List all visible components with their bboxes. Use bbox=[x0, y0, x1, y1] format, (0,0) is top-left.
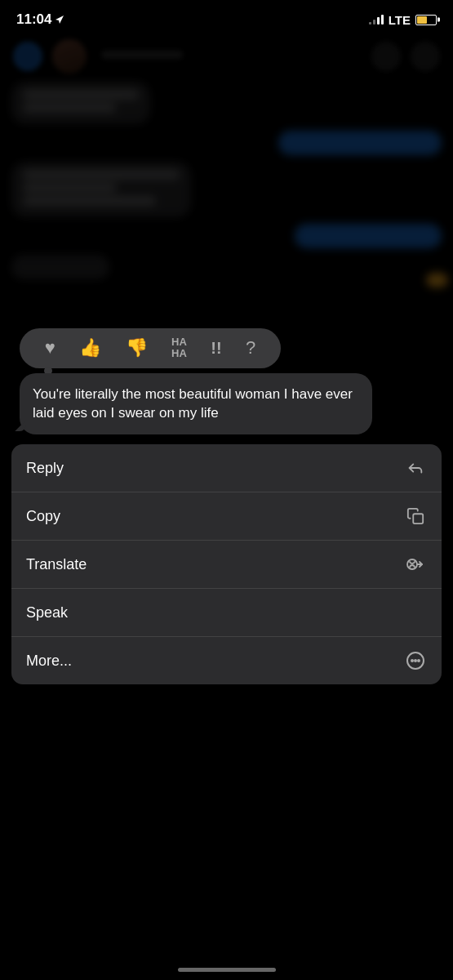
reply-menu-item[interactable]: Reply bbox=[11, 444, 442, 492]
message-text: You're literally the most beautiful woma… bbox=[33, 386, 353, 421]
context-menu: Reply Copy Translate bbox=[11, 444, 442, 684]
time-display: 11:04 bbox=[16, 11, 51, 28]
svg-point-3 bbox=[411, 660, 413, 662]
speak-icon bbox=[404, 601, 427, 624]
svg-rect-0 bbox=[413, 514, 423, 523]
battery-icon bbox=[415, 15, 437, 25]
translate-label: Translate bbox=[26, 556, 87, 573]
network-label: LTE bbox=[389, 13, 411, 27]
messages-list: 👍 bbox=[0, 82, 453, 279]
copy-menu-item[interactable]: Copy bbox=[11, 492, 442, 541]
translate-menu-item[interactable]: Translate bbox=[11, 541, 442, 589]
svg-point-4 bbox=[415, 660, 416, 662]
back-avatar bbox=[13, 42, 42, 71]
background-chat: 👍 bbox=[0, 34, 453, 279]
table-row bbox=[11, 131, 442, 155]
copy-icon bbox=[404, 505, 427, 528]
thumbsdown-reaction[interactable]: 👎 bbox=[126, 337, 148, 359]
contact-name-area bbox=[101, 51, 362, 63]
translate-icon bbox=[404, 553, 427, 576]
table-row bbox=[11, 82, 442, 124]
status-time: 11:04 bbox=[16, 11, 64, 28]
table-row bbox=[11, 224, 442, 248]
message-bubble: You're literally the most beautiful woma… bbox=[20, 373, 372, 435]
audio-call-button[interactable] bbox=[411, 42, 440, 71]
speak-menu-item[interactable]: Speak bbox=[11, 589, 442, 637]
reply-label: Reply bbox=[26, 460, 64, 477]
haha-reaction[interactable]: HAHA bbox=[171, 336, 187, 360]
reply-icon bbox=[404, 457, 427, 479]
status-indicators: LTE bbox=[369, 13, 437, 27]
contact-avatar bbox=[52, 39, 87, 74]
location-arrow-icon bbox=[55, 15, 64, 24]
table-row: 👍 bbox=[11, 255, 442, 279]
exclaim-reaction[interactable]: !! bbox=[211, 339, 221, 358]
video-call-button[interactable] bbox=[371, 42, 401, 71]
more-icon bbox=[404, 649, 427, 672]
question-reaction[interactable]: ? bbox=[246, 337, 255, 359]
nav-bar bbox=[0, 34, 453, 82]
reaction-picker-area: ♥ 👍 👎 HAHA !! ? bbox=[0, 328, 453, 368]
thumbsup-reaction[interactable]: 👍 bbox=[79, 337, 101, 359]
speak-label: Speak bbox=[26, 604, 68, 621]
reaction-bar: ♥ 👍 👎 HAHA !! ? bbox=[20, 328, 281, 368]
copy-label: Copy bbox=[26, 508, 60, 525]
signal-icon bbox=[369, 15, 384, 24]
status-bar: 11:04 LTE bbox=[0, 0, 453, 34]
home-indicator bbox=[178, 968, 276, 972]
more-menu-item[interactable]: More... bbox=[11, 637, 442, 684]
message-display-area: You're literally the most beautiful woma… bbox=[0, 373, 453, 435]
more-label: More... bbox=[26, 653, 72, 670]
svg-point-5 bbox=[418, 660, 420, 662]
table-row bbox=[11, 162, 442, 217]
svg-point-1 bbox=[407, 559, 417, 569]
heart-reaction[interactable]: ♥ bbox=[45, 337, 56, 359]
